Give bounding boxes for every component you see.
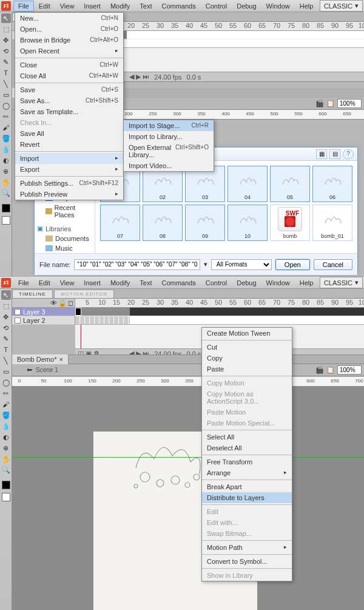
fill-color[interactable] [2, 216, 10, 225]
zoom-tool[interactable]: 🔍 [1, 188, 11, 198]
line-tool[interactable]: ╲ [1, 79, 11, 89]
menu-item[interactable]: Open External Library...Ctrl+Shift+O [124, 142, 214, 160]
menu-item[interactable]: Save as Template... [15, 106, 123, 117]
eyedropper-tool[interactable]: ⊕ [1, 166, 11, 176]
bucket-tool[interactable]: 🪣 [1, 410, 11, 420]
pencil-tool[interactable]: ✏ [1, 112, 11, 121]
close-icon[interactable]: × [59, 356, 62, 363]
thumbnail[interactable]: 05 [270, 166, 310, 202]
sidebar-music[interactable]: Music [37, 243, 92, 253]
drop-tool[interactable]: 💧 [1, 144, 11, 154]
doc-tab[interactable]: Bomb Demo* × [12, 354, 69, 364]
menu-control[interactable]: Control [201, 1, 232, 12]
menu-modify[interactable]: Modify [106, 1, 135, 12]
help-icon[interactable]: ? [343, 149, 354, 159]
workspace-picker[interactable]: CLASSIC ▾ [320, 277, 363, 288]
zoom-tool[interactable]: 🔍 [1, 465, 11, 475]
menu-commands[interactable]: Commands [157, 1, 200, 12]
menu-text[interactable]: Text [135, 1, 157, 12]
selection-tool[interactable]: ↖ [1, 290, 11, 300]
eyedropper-tool[interactable]: ⊕ [1, 443, 11, 453]
menu-item[interactable]: Revert [15, 139, 123, 150]
edit-scene-icon[interactable]: 🎬 [315, 366, 324, 374]
edit-symbol-icon[interactable]: 📋 [326, 100, 335, 107]
hand-tool[interactable]: ✋ [1, 177, 11, 187]
keyframe-selected[interactable] [75, 308, 81, 316]
free-transform-tool[interactable]: ✥ [1, 35, 11, 45]
eraser-tool[interactable]: ◐ [1, 432, 11, 442]
menu-item[interactable]: New...Ctrl+N [15, 13, 123, 24]
subselect-tool[interactable]: ⬚ [1, 24, 11, 34]
free-transform-tool[interactable]: ✥ [1, 312, 11, 322]
menu-item[interactable]: Import Video... [124, 160, 214, 171]
menu-file[interactable]: File [13, 277, 34, 288]
thumbnail[interactable]: 04 [228, 166, 268, 202]
brush-tool[interactable]: 🖌 [1, 399, 11, 409]
menu-item[interactable]: Export▸ [15, 164, 123, 175]
playhead[interactable] [81, 325, 81, 348]
menu-item[interactable]: Arrange▸ [202, 467, 292, 478]
menu-text[interactable]: Text [135, 277, 157, 288]
stage-canvas[interactable]: 0501001502002503003504004505005506006507… [12, 377, 364, 610]
menu-item[interactable]: Save As...Ctrl+Shift+S [15, 95, 123, 106]
menu-item[interactable]: Paste [202, 364, 292, 374]
hand-tool[interactable]: ✋ [1, 454, 11, 464]
lasso-tool[interactable]: ⟲ [1, 46, 11, 56]
menu-item[interactable]: Free Transform [202, 456, 292, 467]
eraser-tool[interactable]: ◐ [1, 155, 11, 165]
menu-edit[interactable]: Edit [34, 1, 55, 12]
menu-item[interactable]: Save All [15, 128, 123, 139]
menu-item[interactable]: Publish Settings...Ctrl+Shift+F12 [15, 178, 123, 189]
layer-row-2[interactable]: Layer 2 [12, 316, 75, 325]
stroke-color[interactable] [2, 481, 10, 489]
text-tool[interactable]: T [1, 345, 11, 354]
menu-item[interactable]: Open...Ctrl+O [15, 24, 123, 35]
menu-file[interactable]: File [13, 1, 34, 12]
oval-tool[interactable]: ◯ [1, 101, 11, 110]
menu-item[interactable]: Browse in BridgeCtrl+Alt+O [15, 35, 123, 46]
subselect-tool[interactable]: ⬚ [1, 301, 11, 311]
playback-controls[interactable]: ◀ ▶ ⏭ [129, 73, 149, 81]
menu-item[interactable]: CloseCtrl+W [15, 59, 123, 70]
scene-label[interactable]: Scene 1 [36, 367, 58, 373]
thumbnail[interactable]: bomb_01 [312, 205, 352, 241]
menu-help[interactable]: Help [295, 277, 318, 288]
selection-tool[interactable]: ↖ [1, 13, 11, 23]
layer-row-3[interactable]: Layer 3 [12, 308, 75, 316]
rect-tool[interactable]: ▭ [1, 367, 11, 376]
menu-help[interactable]: Help [295, 1, 318, 12]
menu-insert[interactable]: Insert [79, 277, 106, 288]
rect-tool[interactable]: ▭ [1, 90, 11, 100]
menu-window[interactable]: Window [261, 277, 295, 288]
filename-input[interactable] [74, 259, 200, 270]
menu-item[interactable]: Copy [202, 353, 292, 364]
menu-item[interactable]: Create Motion Tween [202, 328, 292, 339]
menu-debug[interactable]: Debug [232, 1, 261, 12]
thumbnail[interactable]: 06 [312, 166, 352, 202]
bucket-tool[interactable]: 🪣 [1, 134, 11, 143]
timeline-ruler-2[interactable]: 5101520253035404550556065707580859095100 [75, 299, 364, 308]
libraries-header[interactable]: ▣Libraries [37, 223, 92, 234]
menu-item[interactable]: Open Recent▸ [15, 46, 123, 56]
menu-view[interactable]: View [55, 1, 79, 12]
menu-item[interactable]: Deselect All [202, 442, 292, 453]
brush-tool[interactable]: 🖌 [1, 123, 11, 132]
horizontal-guide[interactable] [12, 457, 364, 458]
zoom-input[interactable] [337, 365, 362, 374]
open-button[interactable]: Open [275, 259, 310, 270]
preview-icon[interactable]: ▤ [329, 149, 340, 159]
line-tool[interactable]: ╲ [1, 356, 11, 365]
zoom-input[interactable] [337, 99, 362, 108]
format-select[interactable]: All Formats [211, 259, 272, 270]
edit-scene-icon[interactable]: 🎬 [315, 100, 324, 107]
sidebar-documents[interactable]: Documents [37, 234, 92, 243]
drop-tool[interactable]: 💧 [1, 421, 11, 431]
pen-tool[interactable]: ✎ [1, 57, 11, 67]
edit-symbol-icon[interactable]: 📋 [326, 366, 335, 374]
menu-item[interactable]: SaveCtrl+S [15, 84, 123, 95]
menu-item[interactable]: Publish Preview▸ [15, 189, 123, 200]
thumbnail[interactable]: 10 [228, 205, 268, 241]
menu-item[interactable]: Break Apart [202, 481, 292, 492]
menu-item[interactable]: Select All [202, 432, 292, 442]
menu-item[interactable]: Motion Path▸ [202, 542, 292, 553]
